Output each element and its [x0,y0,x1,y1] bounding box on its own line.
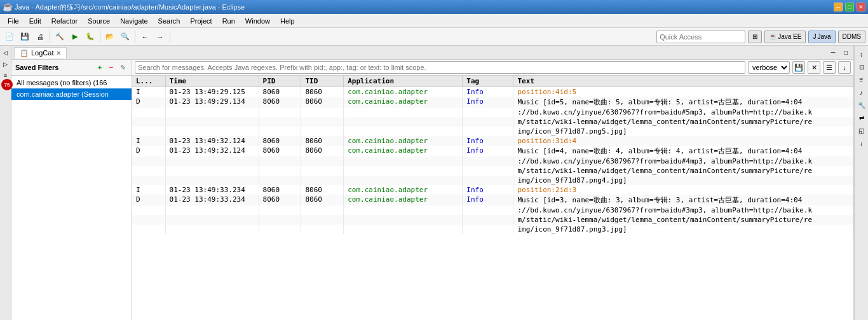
right-icon-6[interactable]: ⇄ [856,112,867,123]
menu-run[interactable]: Run [217,16,240,26]
cell-text: Music [id=3, name=歌曲: 3, album=专辑: 3, ar… [513,195,853,205]
table-row[interactable]: D01-23 13:49:32.12480608060com.cainiao.a… [132,146,853,157]
tab-maximize-btn[interactable]: □ [841,48,851,58]
right-sidebar: ↕ ⊡ ≡ ♪ 🔧 ⇄ ◱ ↓ [854,46,868,320]
cell-app [344,117,463,127]
remove-filter-btn[interactable]: − [106,62,116,73]
quick-access-input[interactable] [656,31,745,43]
logcat-tab-icon: 📋 [20,49,29,57]
minimize-button[interactable]: ─ [834,3,843,11]
filter-header-buttons: + − ✎ [95,62,128,73]
close-button[interactable]: ✕ [857,3,865,11]
log-tbody: I01-23 13:49:29.12580608060com.cainiao.a… [132,87,853,235]
menu-file[interactable]: File [3,16,24,26]
right-icon-2[interactable]: ⊡ [856,61,867,73]
table-row[interactable]: img/icon_9f71d87.png5.jpg] [132,127,853,136]
add-filter-btn[interactable]: + [95,62,105,73]
verbose-select[interactable]: verbose debug info warn error [748,61,790,74]
menu-window[interactable]: Window [240,16,275,26]
right-icon-4[interactable]: ♪ [856,87,867,98]
perspective-open-btn[interactable]: ⊞ [748,31,762,43]
cell-app [344,127,463,136]
filters-list: All messages (no filters) (166 com.caini… [11,76,132,320]
log-clear-btn[interactable]: ✕ [808,61,820,74]
logcat-tab-close[interactable]: ✕ [56,50,61,57]
toolbar-print-btn[interactable]: 🖨 [33,30,47,44]
cell-level [132,157,165,166]
cell-tag: Info [463,87,513,97]
table-row[interactable]: I01-23 13:49:33.23480608060com.cainiao.a… [132,185,853,195]
sidebar-icon-1[interactable]: ◁ [1,48,11,58]
cell-time: 01-23 13:49:33.234 [165,185,259,195]
filters-panel: Saved Filters + − ✎ All messages (no fil… [11,60,132,320]
sidebar-icon-2[interactable]: ▷ [1,59,11,69]
log-save-btn[interactable]: 💾 [792,61,805,74]
tab-minimize-btn[interactable]: ─ [828,48,838,58]
logcat-tab[interactable]: 📋 LogCat ✕ [14,47,67,59]
table-row[interactable]: ://bd.kuwo.cn/yinyue/6307967?from=baidu#… [132,108,853,117]
filter-all-messages[interactable]: All messages (no filters) (166 [11,77,132,88]
filter-cainiao-adapter[interactable]: com.cainiao.adapter (Session [11,88,132,100]
table-row[interactable]: m/static/wiki-lemma/widget/lemma_content… [132,215,853,225]
toolbar-forward-btn[interactable]: → [153,30,167,44]
toolbar-debug-btn[interactable]: 🐛 [83,30,97,44]
cell-level [132,127,165,136]
search-input[interactable] [135,61,745,74]
log-scroll-btn[interactable]: ↓ [838,61,851,74]
cell-level [132,108,165,117]
cell-level [132,215,165,225]
cell-level [132,166,165,176]
table-row[interactable]: D01-23 13:49:33.23480608060com.cainiao.a… [132,195,853,205]
menu-edit[interactable]: Edit [24,16,46,26]
cell-time [165,225,259,234]
toolbar-back-btn[interactable]: ← [138,30,152,44]
menu-refactor[interactable]: Refactor [46,16,83,26]
col-header-pid: PID [259,76,301,87]
maximize-button[interactable]: □ [845,3,854,11]
table-row[interactable]: m/static/wiki-lemma/widget/lemma_content… [132,117,853,127]
menu-help[interactable]: Help [275,16,300,26]
table-row[interactable]: m/static/wiki-lemma/widget/lemma_content… [132,166,853,176]
cell-tid [301,166,344,176]
menu-source[interactable]: Source [83,16,115,26]
cell-text: img/icon_9f71d87.png3.jpg] [513,225,853,234]
table-row[interactable]: I01-23 13:49:29.12580608060com.cainiao.a… [132,87,853,97]
window-controls: ─ □ ✕ [834,3,865,11]
log-view-btn[interactable]: ☰ [823,61,836,74]
table-row[interactable]: I01-23 13:49:32.12480608060com.cainiao.a… [132,136,853,146]
edit-filter-btn[interactable]: ✎ [118,62,128,73]
table-row[interactable]: D01-23 13:49:29.13480608060com.cainiao.a… [132,97,853,108]
perspective-java[interactable]: J Java [808,31,835,43]
right-icon-1[interactable]: ↕ [856,48,867,60]
perspective-ddms[interactable]: DDMS [838,31,865,43]
toolbar-search-btn[interactable]: 🔍 [118,30,132,44]
menu-navigate[interactable]: Navigate [115,16,153,26]
error-badge: 75 [1,79,13,90]
cell-level: I [132,185,165,195]
cell-app [344,176,463,185]
menu-project[interactable]: Project [185,16,217,26]
right-icon-5[interactable]: 🔧 [856,99,867,111]
perspective-java-ee[interactable]: ☕ Java EE [764,31,806,43]
table-row[interactable]: ://bd.kuwo.cn/yinyue/6307967?from=baidu#… [132,205,853,215]
cell-level [132,117,165,127]
log-table-wrapper[interactable]: L... Time PID TID Application Tag Text I… [132,76,853,320]
toolbar-new-btn[interactable]: 📄 [3,30,17,44]
right-icon-7[interactable]: ◱ [856,125,867,136]
toolbar-run-btn[interactable]: ▶ [68,30,82,44]
table-row[interactable]: ://bd.kuwo.cn/yinyue/6307967?from=baidu#… [132,157,853,166]
right-icon-8[interactable]: ↓ [856,137,867,149]
toolbar-open-btn[interactable]: 📂 [103,30,117,44]
toolbar-build-btn[interactable]: 🔨 [53,30,67,44]
menu-search[interactable]: Search [153,16,186,26]
cell-time: 01-23 13:49:29.125 [165,87,259,97]
cell-pid [259,157,301,166]
java-label: Java [817,33,831,40]
cell-level [132,205,165,215]
right-icon-3[interactable]: ≡ [856,74,867,85]
toolbar-save-btn[interactable]: 💾 [18,30,32,44]
table-row[interactable]: img/icon_9f71d87.png4.jpg] [132,176,853,185]
cell-tag: Info [463,136,513,146]
cell-text: Music [id=5, name=歌曲: 5, album=专辑: 5, ar… [513,97,853,108]
table-row[interactable]: img/icon_9f71d87.png3.jpg] [132,225,853,234]
